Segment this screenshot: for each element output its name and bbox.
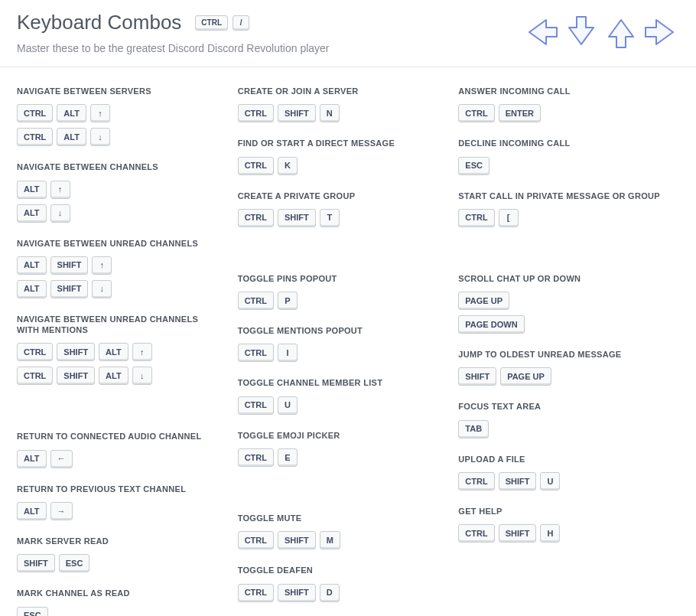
ddr-arrows [523,14,679,54]
key-combo: CTRLSHIFTALT↑ [17,343,220,361]
arrow-right-icon [642,14,679,54]
spacer [458,243,661,273]
key-combo: CTRLSHIFTN [238,104,441,122]
shortcut-category: START CALL IN PRIVATE MESSAGE OR GROUPCT… [458,191,661,227]
key: ← [50,450,73,468]
shortcut-category: TOGGLE EMOJI PICKERCTRLE [238,430,441,467]
page-subtitle: Master these to be the greatest Discord … [17,42,330,54]
category-label: CREATE A PRIVATE GROUP [238,191,441,201]
key: U [278,396,298,415]
category-label: FIND OR START A DIRECT MESSAGE [238,138,441,148]
key: SHIFT [17,554,55,572]
key: CTRL [17,128,53,146]
key: ALT [57,104,86,122]
shortcut-category: TOGGLE MENTIONS POPOUTCTRLI [238,325,441,362]
key: ALT [17,204,47,223]
category-label: TOGGLE EMOJI PICKER [238,430,441,441]
category-label: TOGGLE MENTIONS POPOUT [238,325,441,336]
key: CTRL [238,396,274,415]
shortcut-category: SCROLL CHAT UP OR DOWNPAGE UPPAGE DOWN [458,273,661,334]
key: N [320,104,340,122]
key-combo: CTRLALT↓ [17,128,220,146]
arrow-up-icon [603,14,639,54]
key: CTRL [458,104,494,122]
spacer [238,482,441,513]
key: → [50,502,73,520]
key-combo: ESC [458,157,661,175]
key-combo: TAB [458,420,661,438]
key: CTRL [458,209,494,227]
key: CTRL [238,448,274,467]
category-label: NAVIGATE BETWEEN UNREAD CHANNELS WITH ME… [17,314,220,336]
shortcut-column: ANSWER INCOMING CALLCTRLENTERDECLINE INC… [458,86,679,616]
category-label: ANSWER INCOMING CALL [458,86,661,96]
key: SHIFT [499,472,537,491]
key: PAGE DOWN [458,315,524,334]
key: ENTER [499,104,541,122]
key: P [278,292,298,310]
spacer [238,243,441,273]
key-combo: PAGE DOWN [458,315,661,334]
shortcut-columns: NAVIGATE BETWEEN SERVERSCTRLALT↑CTRLALT↓… [0,67,696,616]
category-label: TOGGLE PINS POPOUT [238,273,441,284]
category-label: DECLINE INCOMING CALL [458,138,661,148]
key: ALT [17,450,47,468]
shortcut-category: NAVIGATE BETWEEN UNREAD CHANNELSALTSHIFT… [17,238,220,298]
title-keys: CTRL / [195,15,249,31]
key: ↑ [132,343,152,361]
key-combo: ESC [17,607,220,616]
key: D [320,584,340,602]
shortcut-category: GET HELPCTRLSHIFTH [458,506,661,543]
key: E [278,448,298,467]
key: ↑ [90,104,110,122]
category-label: NAVIGATE BETWEEN SERVERS [17,86,220,96]
key: ↓ [132,367,152,385]
key: ALT [99,367,128,385]
key-combo: CTRLSHIFTD [238,584,441,602]
key: H [540,524,560,543]
spacer [17,400,220,431]
shortcut-category: NAVIGATE BETWEEN CHANNELSALT↑ALT↓ [17,161,220,222]
arrow-left-icon [523,14,560,54]
shortcut-category: DECLINE INCOMING CALLESC [458,138,661,174]
key: SHIFT [50,256,89,275]
key-combo: CTRLSHIFTALT↓ [17,367,220,385]
key: CTRL [458,472,494,491]
key: ↑ [50,181,70,199]
shortcut-category: CREATE OR JOIN A SERVERCTRLSHIFTN [238,86,441,122]
key: CTRL [195,15,228,31]
key: I [278,344,298,362]
title-row: Keyboard Combos CTRL / [17,11,330,34]
key-combo: ALT→ [17,502,220,520]
shortcut-column: CREATE OR JOIN A SERVERCTRLSHIFTNFIND OR… [238,86,459,616]
shortcut-category: TOGGLE PINS POPOUTCTRLP [238,273,441,310]
category-label: NAVIGATE BETWEEN UNREAD CHANNELS [17,238,220,249]
key: CTRL [238,292,274,310]
category-label: START CALL IN PRIVATE MESSAGE OR GROUP [458,191,661,201]
key-combo: ALT↑ [17,181,220,199]
shortcut-category: NAVIGATE BETWEEN UNREAD CHANNELS WITH ME… [17,314,220,386]
arrow-down-icon [563,14,600,54]
key: SHIFT [57,343,95,361]
key: CTRL [17,367,53,385]
shortcut-category: FIND OR START A DIRECT MESSAGECTRLK [238,138,441,174]
key: SHIFT [499,524,537,543]
key: ESC [17,607,48,616]
key-combo: CTRLSHIFTT [238,209,441,227]
key: SHIFT [50,280,89,298]
key-combo: CTRLSHIFTM [238,531,441,549]
category-label: JUMP TO OLDEST UNREAD MESSAGE [458,349,661,360]
key: PAGE UP [500,367,551,386]
shortcut-column: NAVIGATE BETWEEN SERVERSCTRLALT↑CTRLALT↓… [17,86,238,616]
key: ESC [59,554,90,572]
shortcut-category: FOCUS TEXT AREATAB [458,401,661,438]
category-label: RETURN TO CONNECTED AUDIO CHANNEL [17,431,220,442]
key: / [233,15,249,31]
shortcut-category: NAVIGATE BETWEEN SERVERSCTRLALT↑CTRLALT↓ [17,86,220,146]
key: CTRL [238,584,274,602]
key: [ [499,209,519,227]
shortcut-category: JUMP TO OLDEST UNREAD MESSAGESHIFTPAGE U… [458,349,661,386]
category-label: TOGGLE DEAFEN [238,565,441,575]
key: ALT [57,128,86,146]
key-combo: CTRLALT↑ [17,104,220,122]
